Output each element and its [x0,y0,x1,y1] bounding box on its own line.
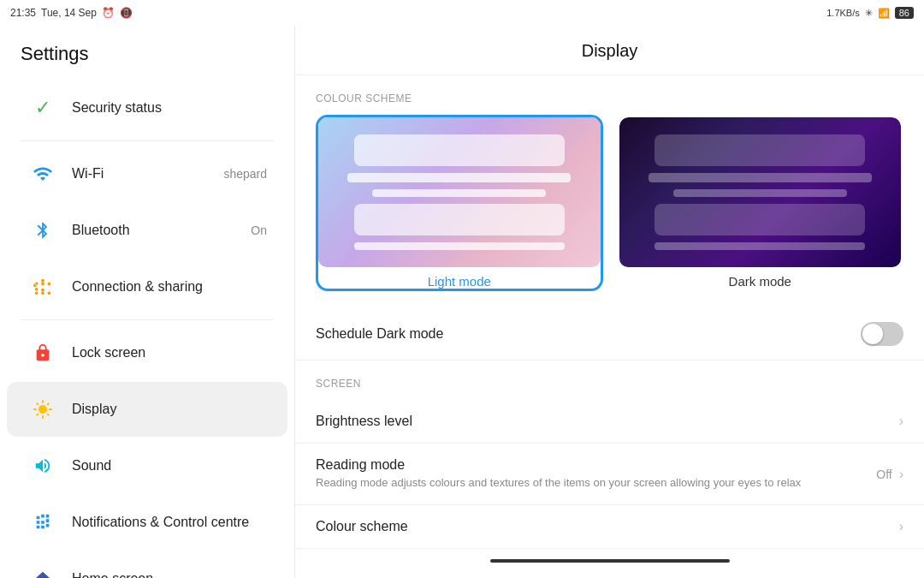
bluetooth-icon: ✳ [865,8,873,19]
bluetooth-value: On [251,223,267,237]
sidebar-item-connection[interactable]: Connection & sharing [7,259,287,314]
sidebar-item-sound[interactable]: Sound [7,438,287,493]
sidebar-item-notifications[interactable]: Notifications & Control centre [7,495,287,550]
dark-mode-label: Dark mode [619,267,902,289]
reading-mode-title: Reading mode [316,457,876,473]
mock-bar-dark-3 [654,242,865,250]
mock-bar-dark-1 [649,173,872,182]
schedule-dark-mode-text: Schedule Dark mode [316,326,861,342]
brightness-text: Brightness level [316,414,899,429]
colour-scheme-row-title: Colour scheme [316,519,899,534]
status-bar: 21:35 Tue, 14 Sep ⏰ 📵 1.7KB/s ✳ 📶 86 [0,0,924,26]
mock-bar-dark-2 [673,189,847,197]
main-layout: Settings ✓ Security status Wi-Fi shepard… [0,26,924,578]
homescreen-icon [27,563,58,578]
sidebar-item-label-bluetooth: Bluetooth [72,223,251,238]
mock-bar-light-3 [354,242,565,250]
reading-mode-row[interactable]: Reading mode Reading mode adjusts colour… [295,444,924,505]
schedule-dark-mode-row[interactable]: Schedule Dark mode [295,308,924,361]
reading-mode-right: Off › [876,467,903,482]
time: 21:35 [10,7,36,19]
sound-icon [27,450,58,481]
mock-block-light-2 [354,204,565,235]
sidebar-item-label-homescreen: Home screen [72,571,267,578]
scroll-indicator-wrapper [295,549,924,576]
sidebar-item-label-wifi: Wi-Fi [72,166,223,182]
colour-scheme-label: COLOUR SCHEME [295,75,924,115]
divider-2 [21,319,274,320]
schedule-dark-mode-title: Schedule Dark mode [316,326,861,342]
notifications-icon [27,507,58,538]
sidebar-item-label-display: Display [72,402,267,417]
sidebar-item-label-lockscreen: Lock screen [72,345,267,361]
dark-mode-card[interactable]: Dark mode [617,115,904,291]
colour-scheme-row[interactable]: Colour scheme › [295,505,924,549]
signal-icon: 📵 [120,7,133,19]
scroll-indicator [490,559,730,563]
schedule-dark-mode-right [861,322,903,346]
battery: 86 [895,7,914,19]
brightness-right: › [899,414,903,429]
date: Tue, 14 Sep [41,7,97,19]
status-left: 21:35 Tue, 14 Sep ⏰ 📵 [10,7,133,19]
divider-1 [21,140,274,141]
light-mode-bg [318,117,601,267]
sidebar-item-label-connection: Connection & sharing [72,279,267,295]
dark-mode-bg [619,117,902,267]
sidebar-item-wifi[interactable]: Wi-Fi shepard [7,146,287,201]
mock-block-dark-2 [654,204,865,235]
sidebar-item-security[interactable]: ✓ Security status [7,80,287,135]
colour-scheme-chevron: › [899,519,903,534]
reading-mode-text: Reading mode Reading mode adjusts colour… [316,457,876,491]
screen-section-label: SCREEN [295,361,924,400]
mock-bar-light-1 [347,173,571,182]
connection-icon [27,271,58,302]
status-right: 1.7KB/s ✳ 📶 86 [826,7,914,19]
network-speed: 1.7KB/s [826,8,860,18]
wifi-value: shepard [223,167,267,181]
reading-mode-chevron: › [899,467,903,482]
content-area: Display COLOUR SCHEME Light mode [295,26,924,578]
content-title: Display [295,26,924,75]
alarm-icon: ⏰ [102,7,115,19]
schedule-dark-mode-toggle[interactable] [861,322,903,346]
security-icon: ✓ [27,92,58,123]
sidebar: Settings ✓ Security status Wi-Fi shepard… [0,26,295,578]
colour-scheme-row-text: Colour scheme [316,519,899,534]
brightness-chevron: › [899,414,903,429]
light-mode-image [318,117,601,267]
sidebar-item-homescreen[interactable]: Home screen [7,551,287,578]
reading-mode-subtitle: Reading mode adjusts colours and texture… [316,475,876,491]
mock-block-light-1 [354,134,565,166]
dark-mode-image [619,117,902,267]
bluetooth-icon [27,215,58,246]
light-mode-label: Light mode [318,267,601,289]
lockscreen-icon [27,337,58,368]
light-mode-card[interactable]: Light mode [316,115,603,291]
colour-scheme-row-right: › [899,519,903,534]
sidebar-title: Settings [0,26,294,79]
wifi-icon: 📶 [878,8,890,19]
sidebar-item-label-sound: Sound [72,458,267,474]
display-icon [27,394,58,425]
sidebar-item-display[interactable]: Display [7,382,287,437]
sidebar-item-label-notifications: Notifications & Control centre [72,515,267,530]
sidebar-item-lockscreen[interactable]: Lock screen [7,325,287,380]
wifi-icon [27,158,58,189]
brightness-row[interactable]: Brightness level › [295,400,924,444]
sidebar-item-bluetooth[interactable]: Bluetooth On [7,203,287,258]
mock-bar-light-2 [372,189,546,197]
brightness-title: Brightness level [316,414,899,429]
mock-block-dark-1 [654,134,865,166]
sidebar-item-label-security: Security status [72,100,267,116]
reading-mode-value: Off [876,468,891,481]
colour-scheme-cards: Light mode Dark mode [295,115,924,308]
